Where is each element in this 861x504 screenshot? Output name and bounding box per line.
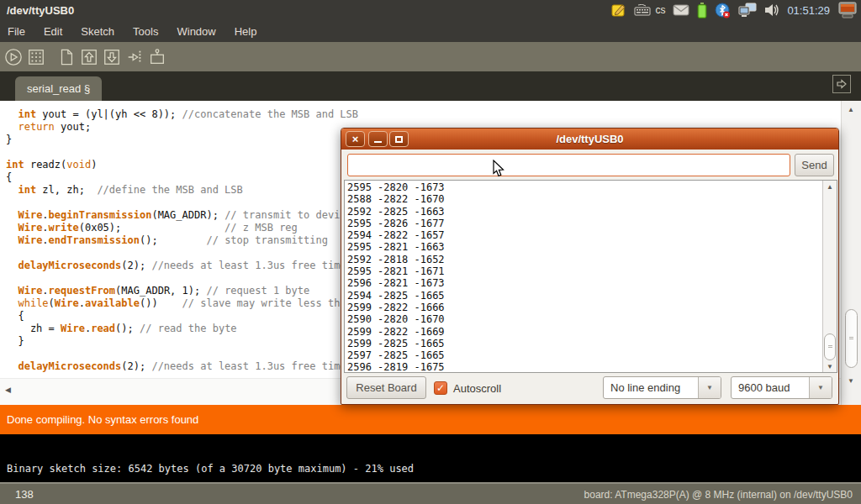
serial-window-titlebar[interactable]: /dev/ttyUSB0 [341,129,838,150]
ide-footer: 138 board: ATmega328P(A) @ 8 MHz (intern… [0,482,861,504]
open-icon [80,48,98,66]
code-area[interactable]: int yout = (yl|(yh << 8)); //concatenate… [6,108,358,373]
line-number: 138 [15,488,34,501]
top-panel: /dev/ttyUSB0 cs 01:51:29 [0,0,861,20]
baud-rate-value: 9600 baud [732,377,809,398]
serial-monitor-button[interactable] [148,48,166,66]
save-sketch-button[interactable] [103,48,121,66]
send-button[interactable]: Send [795,154,834,176]
serial-scroll-up-icon[interactable]: ▲ [827,183,833,191]
line-ending-value: No line ending [604,377,698,398]
serial-output-area: 2595 -2820 -1673 2588 -2822 -1670 2592 -… [344,180,837,373]
toolbar [0,42,861,71]
upload-icon [125,48,144,66]
upload-button[interactable] [125,48,144,66]
build-console: Binary sketch size: 6542 bytes (of a 307… [0,434,861,482]
menubar: File Edit Sketch Tools Window Help [0,20,861,42]
serial-monitor-icon [148,48,166,66]
menu-window[interactable]: Window [177,25,215,38]
new-file-icon [57,48,76,66]
menu-tools[interactable]: Tools [133,25,158,38]
tab-serial-read[interactable]: serial_read § [15,76,102,101]
bluetooth-off-icon[interactable] [715,3,731,18]
open-sketch-button[interactable] [80,48,98,66]
window-title: /dev/ttyUSB0 [7,4,74,17]
serial-scroll-thumb[interactable] [824,333,836,360]
baud-rate-select[interactable]: 9600 baud ▼ [731,376,832,399]
volume-icon[interactable] [764,3,779,17]
check-icon: ✓ [436,382,445,394]
chevron-down-icon[interactable]: ▼ [809,377,832,398]
compile-status-text: Done compiling. No syntax errors found [7,413,198,426]
tab-menu-button[interactable] [832,75,851,93]
new-sketch-button[interactable] [57,48,76,66]
serial-window-title: /dev/ttyUSB0 [556,133,623,145]
autoscroll-checkbox[interactable]: ✓ [434,381,447,395]
session-icon[interactable] [837,2,858,18]
menu-file[interactable]: File [8,25,25,38]
maximize-button[interactable] [389,131,409,147]
serial-output-text: 2595 -2820 -1673 2588 -2822 -1670 2592 -… [347,181,445,373]
mouse-cursor [493,160,505,178]
serial-scrollbar[interactable]: ▲ ▼ [822,181,837,372]
tab-bar: serial_read § [0,71,861,101]
board-info: board: ATmega328P(A) @ 8 MHz (internal) … [584,489,853,501]
reset-board-button[interactable]: Reset Board [346,376,426,399]
serial-controls: Reset Board ✓ Autoscroll No line ending … [341,375,838,404]
system-tray: cs 01:51:29 [611,0,858,20]
line-ending-select[interactable]: No line ending ▼ [603,376,721,399]
save-icon [103,48,121,66]
scroll-up-icon[interactable]: ▲ [848,106,854,113]
keyboard-icon[interactable] [634,4,651,16]
verify-button[interactable] [4,48,23,66]
compile-status-bar: Done compiling. No syntax errors found [0,405,861,434]
arrow-right-icon [836,78,848,90]
scroll-left-icon[interactable]: ◀ [5,386,11,394]
menu-sketch[interactable]: Sketch [81,25,114,38]
desktop: /dev/ttyUSB0 cs 01:51:29 File Edit Sketc… [0,0,861,504]
autoscroll-label: Autoscroll [453,382,501,395]
chevron-down-icon[interactable]: ▼ [698,377,721,398]
stop-icon [27,48,45,66]
stop-button[interactable] [27,48,45,66]
serial-scroll-down-icon[interactable]: ▼ [827,363,833,370]
network-icon[interactable] [738,3,757,18]
menu-help[interactable]: Help [235,25,257,38]
battery-icon[interactable] [697,3,707,18]
mail-icon[interactable] [673,4,689,16]
close-button[interactable]: × [346,131,365,147]
verify-icon [4,48,23,66]
menu-edit[interactable]: Edit [44,25,62,38]
console-output: Binary sketch size: 6542 bytes (of a 307… [7,463,414,475]
note-icon[interactable] [611,3,626,18]
serial-input[interactable] [347,154,790,176]
scroll-down-icon[interactable]: ▼ [848,377,854,385]
clock[interactable]: 01:51:29 [787,4,830,17]
editor-scroll-thumb[interactable] [845,309,858,368]
editor-vertical-scrollbar[interactable]: ▲ ▼ [841,101,861,405]
serial-monitor-window: /dev/ttyUSB0 × Send 2595 -2820 -1673 258… [341,128,839,405]
tab-label: serial_read § [27,82,90,95]
minimize-button[interactable] [368,131,388,147]
keyboard-layout-label[interactable]: cs [655,4,665,16]
